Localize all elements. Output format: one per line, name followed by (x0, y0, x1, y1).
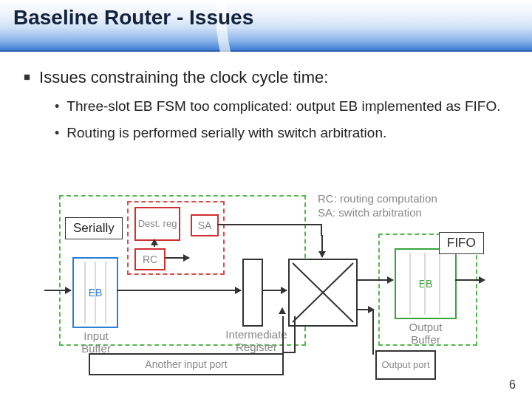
output-eb-label: EB (419, 278, 433, 290)
connector-line (217, 224, 321, 225)
crossbar-switch (288, 259, 358, 327)
router-diagram: RC: routing computation SA: switch arbit… (44, 191, 488, 383)
connector-line (294, 316, 296, 353)
another-input-port-box: Another input port (89, 353, 284, 375)
arrow-up-icon (154, 239, 155, 247)
callout-fifo-text: FIFO (447, 236, 476, 250)
connector-line (321, 224, 322, 236)
arrow-icon (356, 309, 374, 310)
sa-label: SA (198, 219, 212, 231)
connector-line (372, 309, 374, 355)
dest-reg-box: Dest. reg (134, 207, 180, 241)
output-eb-box: EB (395, 248, 457, 319)
rc-box: RC (134, 248, 166, 270)
output-buffer-label: Output Buffer (395, 321, 457, 346)
rc-label: RC (143, 253, 157, 265)
legend-rc: RC: routing computation (318, 192, 437, 206)
intermediate-register-box (242, 259, 263, 327)
output-port-label: Output port (381, 360, 429, 370)
callout-serially-text: Serially (73, 221, 115, 235)
dest-reg-label: Dest. reg (138, 219, 177, 229)
arrow-down-icon (321, 235, 323, 257)
legend-sa: SA: switch arbitration (318, 206, 437, 220)
intermediate-label: Intermediate Register (216, 328, 297, 353)
callout-fifo: FIFO (439, 232, 484, 254)
output-port-box: Output port (375, 350, 436, 380)
arrow-icon (455, 279, 485, 281)
crossbar-icon (290, 260, 356, 325)
body-text: Issues constraining the clock cycle time… (19, 68, 507, 151)
legend: RC: routing computation SA: switch arbit… (318, 192, 437, 220)
arrow-icon (166, 257, 189, 259)
another-input-port-label: Another input port (145, 358, 227, 370)
arrow-icon (282, 308, 283, 314)
connector-line (282, 316, 284, 353)
bullet-sub-1: Three-slot EB FSM too complicated: outpu… (55, 98, 507, 115)
sa-box: SA (191, 214, 219, 236)
slide: Baseline Router - Issues Issues constrai… (0, 0, 532, 399)
input-eb-box: EB (72, 257, 118, 328)
bullet-sub-2: Routing is performed serially with switc… (55, 124, 507, 142)
arrow-icon (117, 290, 241, 291)
page-number: 6 (509, 378, 516, 392)
arrow-icon (262, 290, 287, 291)
input-buffer-label: Input Buffer (72, 330, 120, 355)
callout-serially: Serially (65, 217, 123, 239)
arrow-icon (44, 290, 71, 291)
arrow-icon (356, 279, 393, 281)
slide-title: Baseline Router - Issues (13, 6, 253, 30)
bullet-main: Issues constraining the clock cycle time… (24, 68, 507, 87)
